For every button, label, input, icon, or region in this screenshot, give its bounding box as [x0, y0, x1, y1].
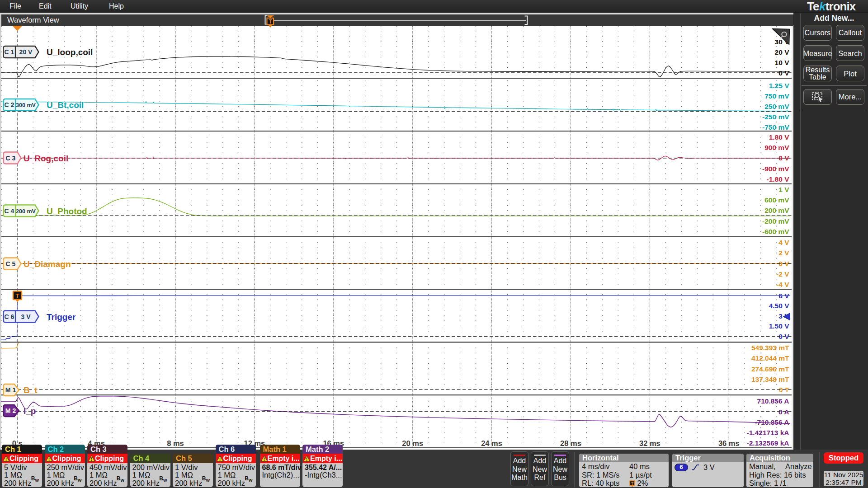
svg-text:C 4: C 4 [5, 207, 14, 215]
svg-text:-2.132569 kA: -2.132569 kA [747, 439, 789, 447]
svg-text:20 V: 20 V [775, 48, 790, 56]
svg-text:412.044 mT: 412.044 mT [751, 354, 789, 362]
svg-text:U_Rog,coil: U_Rog,coil [24, 154, 68, 163]
svg-text:137.348 mT: 137.348 mT [751, 375, 789, 383]
svg-text:T: T [631, 481, 634, 486]
svg-text:1.50 V: 1.50 V [769, 322, 789, 330]
svg-text:20 V: 20 V [19, 48, 33, 56]
svg-text:300 mV: 300 mV [16, 102, 36, 108]
svg-text:-2 V: -2 V [776, 270, 789, 278]
svg-text:900 mV: 900 mV [764, 144, 789, 151]
svg-text:-1.80 V: -1.80 V [767, 175, 790, 183]
svg-text:10 V: 10 V [775, 59, 790, 66]
svg-text:4.50 V: 4.50 V [769, 302, 789, 310]
svg-text:U_Bt,coil: U_Bt,coil [47, 100, 84, 110]
svg-text:C 1: C 1 [5, 48, 14, 56]
svg-text:549.393 mT: 549.393 mT [751, 344, 789, 352]
svg-text:B_t: B_t [24, 385, 38, 395]
svg-text:32 ms: 32 ms [639, 439, 660, 447]
svg-text:T: T [15, 292, 19, 299]
svg-text:200 mV: 200 mV [16, 208, 36, 215]
svg-text:750 mV: 750 mV [764, 92, 789, 100]
svg-text:M 1: M 1 [5, 386, 16, 394]
svg-text:20 ms: 20 ms [402, 439, 423, 447]
svg-text:C 6: C 6 [5, 313, 14, 320]
svg-text:-1.421713 kA: -1.421713 kA [747, 429, 789, 436]
svg-text:274.696 mT: 274.696 mT [751, 365, 789, 373]
svg-text:710.856 A: 710.856 A [757, 397, 789, 405]
svg-text:C 5: C 5 [6, 260, 16, 267]
svg-text:M 2: M 2 [5, 407, 16, 414]
svg-text:250 mV: 250 mV [764, 103, 789, 110]
svg-text:24 ms: 24 ms [481, 439, 502, 447]
svg-text:Trigger: Trigger [47, 312, 76, 322]
svg-text:U_Diamagn: U_Diamagn [24, 259, 71, 269]
svg-text:U_Photod: U_Photod [47, 206, 87, 216]
svg-text:1.25 V: 1.25 V [769, 82, 789, 89]
svg-text:4 V: 4 V [778, 239, 789, 246]
svg-text:28 ms: 28 ms [560, 439, 581, 447]
svg-text:600 mV: 600 mV [764, 196, 789, 204]
svg-text:36 ms: 36 ms [718, 439, 740, 447]
svg-text:T: T [269, 18, 272, 24]
svg-text:C 2: C 2 [5, 101, 14, 108]
svg-text:-250 mV: -250 mV [762, 113, 789, 121]
svg-text:1 V: 1 V [778, 186, 789, 193]
svg-text:8 ms: 8 ms [167, 439, 184, 447]
svg-text:-900 mV: -900 mV [762, 165, 789, 173]
svg-text:-4 V: -4 V [776, 281, 789, 288]
svg-text:-710.856 A: -710.856 A [755, 418, 789, 426]
svg-text:I_p: I_p [24, 406, 36, 416]
svg-text:-600 mV: -600 mV [762, 228, 789, 235]
svg-text:2 V: 2 V [778, 249, 789, 257]
svg-text:3 V: 3 V [21, 313, 31, 320]
svg-text:C 3: C 3 [6, 155, 16, 162]
svg-text:U_loop,coil: U_loop,coil [47, 47, 93, 57]
svg-text:200 mV: 200 mV [764, 206, 789, 214]
svg-text:-750 mV: -750 mV [762, 123, 789, 131]
svg-text:-200 mV: -200 mV [762, 217, 789, 225]
svg-text:1.80 V: 1.80 V [769, 133, 789, 141]
